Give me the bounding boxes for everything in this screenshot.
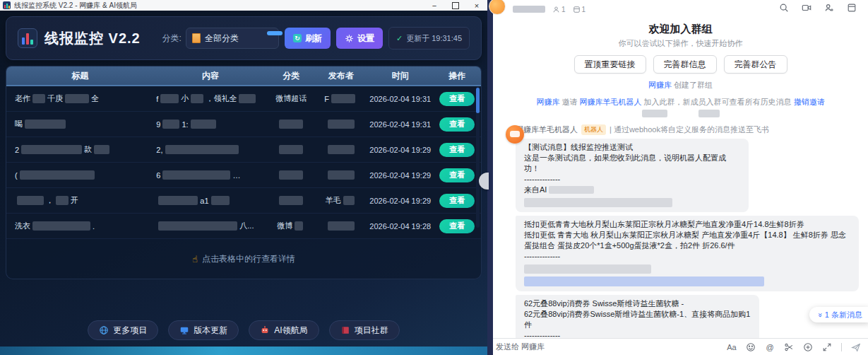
table-row[interactable]: 老作千庚全f小，领礼全微博超话F2026-02-04 19:31查看 <box>6 86 481 112</box>
table-row[interactable]: (6…2026-02-04 19:29查看 <box>6 163 481 188</box>
redacted-text <box>328 170 355 180</box>
view-button[interactable]: 查看 <box>439 117 475 132</box>
table-row[interactable]: 洗衣.八...微博2026-02-04 19:28查看 <box>6 214 481 239</box>
redacted-text <box>279 145 303 154</box>
group-avatar[interactable] <box>489 0 506 15</box>
text-fragment: 2 <box>15 146 19 154</box>
message-line: 62元叠88vip消费券Swisse斯维诗益生菌软糖-1、直接将商品加购1件 <box>524 309 751 330</box>
column-header-4: 时间 <box>367 66 434 85</box>
AI领航局-button[interactable]: AI领航局 <box>249 320 319 340</box>
new-messages-label: 1 条新消息 <box>825 310 862 320</box>
category-cell: 微博超话 <box>268 93 315 104</box>
text-fragment: 洗衣 <box>15 221 30 231</box>
view-button[interactable]: 查看 <box>439 143 475 157</box>
font-style-icon[interactable]: Aa <box>727 342 737 352</box>
pin-count-badge[interactable]: 1 <box>573 6 586 13</box>
welcome-action-button[interactable]: 完善群信息 <box>653 55 717 74</box>
attach-icon[interactable] <box>803 342 813 352</box>
time-cell: 2026-02-04 19:28 <box>367 222 434 231</box>
check-icon: ✓ <box>396 34 403 43</box>
view-button[interactable]: 查看 <box>439 168 475 182</box>
updated-text: 更新于 19:31:45 <box>406 33 462 44</box>
emoji-icon[interactable] <box>746 342 756 352</box>
hint-panel: ☝ 点击表格中的行查看详情 <box>6 239 482 279</box>
welcome-action-button[interactable]: 置顶重要链接 <box>574 55 646 74</box>
search-icon[interactable] <box>779 3 789 13</box>
redacted-text <box>21 145 82 154</box>
category-value: 全部分类 <box>205 33 239 45</box>
chevron-down-icon: » <box>816 313 824 317</box>
action-cell: 查看 <box>434 92 481 106</box>
members-icon <box>552 6 560 13</box>
text-link[interactable]: 网赚库 <box>648 81 672 89</box>
版本更新-button[interactable]: 版本更新 <box>168 320 239 340</box>
settings-button[interactable]: 设置 <box>336 28 383 49</box>
redacted-text <box>343 196 355 205</box>
table-row[interactable]: 喝91:2026-02-04 19:31查看 <box>6 112 481 137</box>
column-header-3: 发布者 <box>315 66 367 85</box>
table-row[interactable]: 2款2,2026-02-04 19:29查看 <box>6 137 481 163</box>
bar-chart-logo-icon <box>18 28 37 48</box>
hint-text: 点击表格中的行查看详情 <box>202 253 295 265</box>
redacted-text <box>158 221 237 231</box>
new-messages-pill[interactable]: » 1 条新消息 <box>809 307 868 322</box>
close-button[interactable]: × <box>466 0 487 11</box>
screenshot-icon[interactable] <box>784 342 794 352</box>
redacted-text <box>328 120 355 129</box>
table-row[interactable]: ，开a1羊毛2026-02-04 19:29查看 <box>6 188 481 214</box>
category-select[interactable]: 全部分类 <box>186 28 279 49</box>
view-button[interactable]: 查看 <box>439 194 475 208</box>
redacted-link[interactable] <box>524 277 764 286</box>
title-cell: 2款 <box>6 144 153 155</box>
message-line: 【测试消息】线报监控推送测试 <box>524 142 740 153</box>
redacted-text <box>32 94 45 103</box>
redacted-text <box>65 94 89 103</box>
send-icon[interactable] <box>851 342 861 352</box>
redacted-text <box>524 264 651 274</box>
group-name-redacted <box>513 6 545 13</box>
time-cell: 2026-02-04 19:29 <box>367 197 434 205</box>
column-header-2: 分类 <box>268 66 315 85</box>
redacted-text <box>25 120 66 129</box>
welcome-action-button[interactable]: 完善群公告 <box>724 55 787 74</box>
time-cell: 2026-02-04 19:31 <box>367 95 434 103</box>
publisher-cell: 羊毛 <box>315 195 367 206</box>
redacted-text <box>279 120 303 129</box>
bot-avatar[interactable] <box>506 125 524 144</box>
scrollbar-thumb[interactable] <box>476 88 480 113</box>
更多项目-button[interactable]: 更多项目 <box>88 320 158 340</box>
footer-buttons: 更多项目版本更新AI领航局项目社群 <box>0 320 487 340</box>
text-link[interactable]: 网赚库 <box>536 98 559 106</box>
time-cell: 2026-02-04 19:29 <box>367 171 434 180</box>
time-cell: 2026-02-04 19:31 <box>367 120 434 129</box>
member-count-badge[interactable]: 1 <box>552 6 566 13</box>
view-button[interactable]: 查看 <box>439 92 475 106</box>
expand-icon[interactable] <box>822 342 832 352</box>
message-line: 62元叠88vip消费券 Swisse斯维诗益生菌软糖 - <box>524 298 751 309</box>
refresh-icon: ↻ <box>293 34 302 42</box>
text-fragment: ( <box>15 171 18 180</box>
text-fragment: 来自AI <box>524 185 547 195</box>
mention-icon[interactable]: @ <box>765 342 775 352</box>
video-call-icon[interactable] <box>802 3 811 13</box>
message-source-line: 来自AI <box>524 185 740 195</box>
redacted-text <box>239 94 256 103</box>
message-line: -------------- <box>524 251 850 262</box>
separate-window-icon[interactable] <box>847 3 857 13</box>
report-table: 标题内容分类发布者时间操作 老作千庚全f小，领礼全微博超话F2026-02-04… <box>6 66 482 239</box>
add-member-icon[interactable] <box>824 3 834 13</box>
项目社群-button[interactable]: 项目社群 <box>329 320 400 340</box>
view-button[interactable]: 查看 <box>439 219 475 233</box>
text-link[interactable]: 网赚库羊毛机器人 <box>580 98 642 106</box>
refresh-button[interactable]: ↻ 刷新 <box>285 28 331 49</box>
publisher-cell <box>315 170 367 180</box>
text-link[interactable]: 撤销邀请 <box>794 98 825 106</box>
minimize-button[interactable]: − <box>424 0 445 11</box>
content-cell: 2, <box>153 145 267 154</box>
redacted-text <box>524 198 672 207</box>
maximize-button[interactable] <box>445 0 466 11</box>
text-fragment: 款 <box>84 144 92 155</box>
column-header-1: 内容 <box>153 66 267 85</box>
composer-input[interactable]: 发送给 网赚库 <box>496 342 545 352</box>
redacted-text <box>32 221 90 231</box>
